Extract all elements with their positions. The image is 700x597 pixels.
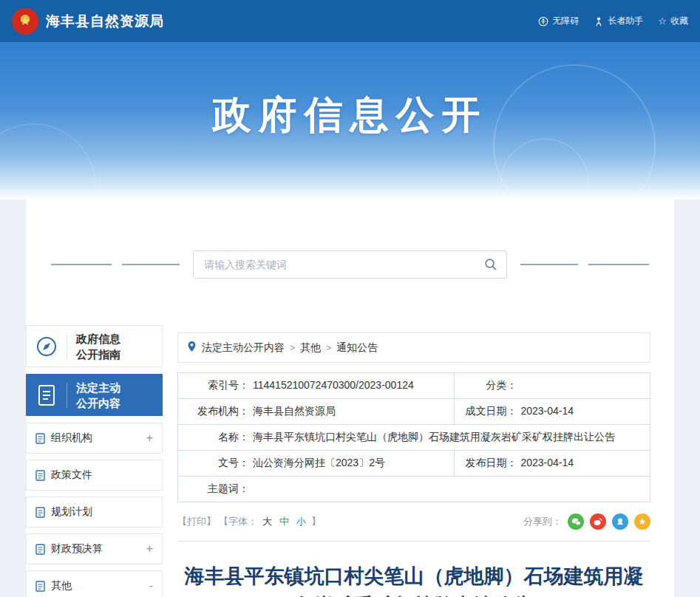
sidebar-item-statutory-disclosure[interactable]: 法定主动 公开内容: [26, 374, 163, 416]
share-favorite-icon[interactable]: ★: [634, 514, 650, 530]
divider: [177, 541, 650, 542]
page-icon: [35, 470, 45, 481]
search-input[interactable]: [193, 250, 507, 279]
location-pin-icon: [187, 341, 197, 355]
breadcrumb-current: 通知公告: [336, 341, 378, 355]
left-decorative-lines: [51, 264, 180, 265]
elder-helper-link[interactable]: 长者助手: [594, 15, 643, 27]
field-label: 主题词：: [186, 482, 249, 496]
font-size-small-button[interactable]: 小: [296, 515, 306, 528]
field-value: 海丰县平东镇坑口村尖笔山（虎地脚）石场建筑用凝灰岩矿采矿权挂牌出让公告: [253, 431, 615, 443]
table-row: 名称：海丰县平东镇坑口村尖笔山（虎地脚）石场建筑用凝灰岩矿采矿权挂牌出让公告: [178, 425, 650, 451]
field-label: 成文日期：: [462, 405, 517, 418]
page-icon: [35, 581, 45, 592]
field-value: 114415210072470300/2023-00124: [253, 379, 414, 391]
accessibility-link[interactable]: 无障碍: [538, 15, 579, 27]
share-wechat-icon[interactable]: [568, 514, 584, 530]
table-row: 发布机构：海丰县自然资源局 成文日期：2023-04-14: [178, 399, 650, 425]
metadata-table: 索引号：114415210072470300/2023-00124 分类： 发布…: [177, 372, 650, 502]
table-row: 主题词：: [178, 477, 650, 502]
breadcrumb-separator: >: [290, 343, 295, 353]
table-row: 索引号：114415210072470300/2023-00124 分类：: [178, 373, 650, 399]
font-size-large-button[interactable]: 大: [262, 515, 272, 528]
field-value: 2023-04-14: [520, 405, 574, 417]
breadcrumb-item[interactable]: 法定主动公开内容: [202, 341, 285, 355]
font-size-label-end: 】: [311, 515, 321, 528]
field-value: 汕公资海分网挂〔2023〕2号: [253, 457, 385, 468]
favorite-link[interactable]: ☆ 收藏: [658, 15, 688, 27]
sidebar: 政府信息 公开指南 法定主动 公开内容 组织机构 +: [26, 325, 163, 597]
main-area: 政府信息 公开指南 法定主动 公开内容 组织机构 +: [26, 325, 674, 597]
field-value: 2023-04-14: [520, 457, 574, 468]
field-value: 海丰县自然资源局: [253, 405, 336, 417]
article-toolbar: 【打印】 【字体： 大 中 小 】 分享到：: [177, 514, 650, 530]
share-qzone-icon[interactable]: [612, 514, 628, 530]
table-row: 文号：汕公资海分网挂〔2023〕2号 发布日期：2023-04-14: [178, 451, 650, 477]
national-emblem-icon: ★: [12, 8, 38, 35]
page-container: 政府信息 公开指南 法定主动 公开内容 组织机构 +: [26, 199, 674, 597]
font-size-label: 【字体：: [219, 515, 257, 528]
expand-toggle[interactable]: +: [146, 543, 153, 555]
page-icon: [35, 544, 45, 555]
document-icon: [27, 384, 67, 406]
field-label: 名称：: [186, 431, 249, 444]
sidebar-item-others[interactable]: 其他 -: [26, 570, 163, 597]
elder-helper-icon: [594, 16, 604, 27]
breadcrumb-separator: >: [326, 343, 331, 353]
banner-title: 政府信息公开: [0, 42, 700, 141]
sidebar-item-organization[interactable]: 组织机构 +: [26, 423, 163, 454]
page-icon: [35, 433, 45, 444]
accessibility-icon: [538, 16, 548, 27]
print-button[interactable]: 【打印】: [177, 515, 216, 528]
sidebar-item-policy-documents[interactable]: 政策文件: [26, 460, 163, 491]
favorite-star-icon: ☆: [658, 16, 667, 26]
field-label: 分类：: [462, 379, 517, 392]
compass-icon: [27, 335, 67, 358]
search-section: [26, 199, 674, 279]
right-decorative-lines: [520, 264, 649, 265]
breadcrumb: 法定主动公开内容 > 其他 > 通知公告: [177, 332, 650, 363]
sidebar-active-label: 法定主动 公开内容: [67, 380, 120, 411]
expand-toggle[interactable]: +: [146, 432, 153, 444]
search-icon[interactable]: [482, 256, 500, 273]
field-label: 发布日期：: [462, 457, 517, 470]
top-bar: ★ 海丰县自然资源局 无障碍 长者助手 ☆ 收藏: [0, 0, 700, 42]
sidebar-guide-label: 政府信息 公开指南: [67, 331, 120, 362]
share-label: 分享到：: [523, 515, 562, 528]
search-box: [193, 250, 507, 279]
banner: 政府信息公开: [0, 42, 700, 199]
sidebar-item-planning[interactable]: 规划计划: [26, 497, 163, 528]
content-area: 法定主动公开内容 > 其他 > 通知公告 索引号：114415210072470…: [177, 325, 650, 597]
article-title: 海丰县平东镇坑口村尖笔山（虎地脚）石场建筑用凝灰岩矿采矿权挂牌出让公告: [183, 562, 645, 597]
breadcrumb-item[interactable]: 其他: [300, 341, 321, 355]
font-size-medium-button[interactable]: 中: [279, 515, 289, 528]
site-name: 海丰县自然资源局: [46, 12, 164, 31]
share-weibo-icon[interactable]: [590, 514, 606, 530]
sidebar-item-guide[interactable]: 政府信息 公开指南: [26, 325, 163, 367]
collapse-toggle[interactable]: -: [149, 580, 153, 592]
field-label: 索引号：: [186, 379, 249, 392]
page-icon: [35, 507, 45, 518]
field-label: 文号：: [186, 457, 249, 470]
top-links: 无障碍 长者助手 ☆ 收藏: [538, 15, 688, 27]
field-label: 发布机构：: [186, 405, 249, 418]
sidebar-item-fiscal-budget[interactable]: 财政预决算 +: [26, 533, 163, 564]
